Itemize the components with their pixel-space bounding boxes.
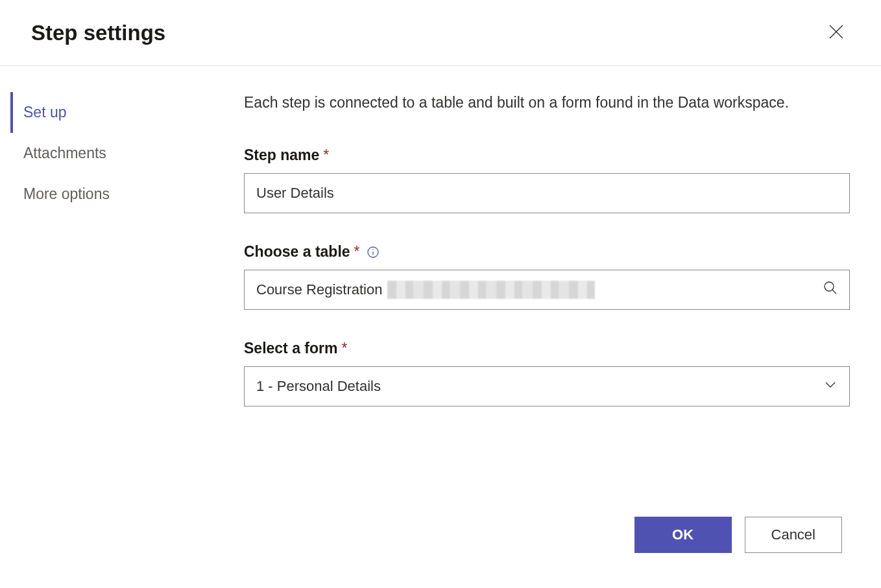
choose-table-lookup[interactable]: Course Registration <box>244 270 850 310</box>
svg-point-4 <box>372 249 374 250</box>
chevron-down-icon <box>823 377 838 395</box>
dialog-title: Step settings <box>31 21 165 45</box>
required-indicator: * <box>354 243 360 261</box>
step-name-input[interactable] <box>244 173 850 213</box>
choose-table-label: Choose a table * <box>244 243 850 261</box>
svg-line-6 <box>832 290 836 294</box>
sidebar-item-more-options[interactable]: More options <box>10 174 234 215</box>
choose-table-value: Course Registration <box>256 281 382 298</box>
field-choose-table: Choose a table * Course Registration <box>244 243 850 310</box>
cancel-button[interactable]: Cancel <box>745 517 842 553</box>
ok-button[interactable]: OK <box>634 517 732 553</box>
info-icon[interactable] <box>367 246 380 259</box>
sidebar: Set up Attachments More options <box>0 92 234 215</box>
field-select-form: Select a form * 1 - Personal Details <box>244 340 850 406</box>
dialog-body: Set up Attachments More options Each ste… <box>0 66 881 436</box>
content-pane: Each step is connected to a table and bu… <box>234 92 881 436</box>
step-name-label: Step name * <box>244 147 850 164</box>
required-indicator: * <box>323 147 329 164</box>
select-form-value: 1 - Personal Details <box>256 378 381 395</box>
field-step-name: Step name * <box>244 147 850 213</box>
svg-point-5 <box>825 282 834 291</box>
sidebar-item-setup[interactable]: Set up <box>10 92 234 133</box>
sidebar-item-label: Set up <box>23 104 67 121</box>
label-text: Choose a table <box>244 243 350 261</box>
dialog-header: Step settings <box>0 0 881 66</box>
select-form-label: Select a form * <box>244 340 850 357</box>
sidebar-item-label: Attachments <box>23 145 106 161</box>
select-form-dropdown[interactable]: 1 - Personal Details <box>244 366 850 406</box>
setup-description: Each step is connected to a table and bu… <box>244 92 841 113</box>
redacted-text <box>387 281 595 299</box>
label-text: Step name <box>244 147 319 164</box>
label-text: Select a form <box>244 340 337 357</box>
sidebar-item-attachments[interactable]: Attachments <box>10 133 234 174</box>
sidebar-item-label: More options <box>23 185 110 202</box>
dialog-footer: OK Cancel <box>634 517 842 553</box>
search-icon <box>823 281 838 299</box>
close-icon <box>828 23 845 42</box>
required-indicator: * <box>341 340 347 357</box>
close-button[interactable] <box>823 18 850 47</box>
